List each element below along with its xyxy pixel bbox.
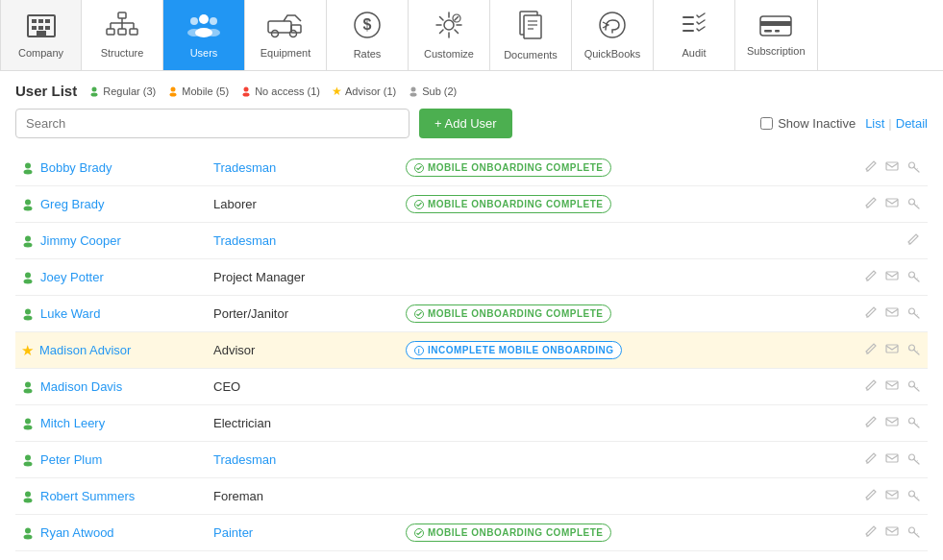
email-icon[interactable] [883, 486, 901, 506]
edit-icon[interactable] [862, 194, 880, 214]
role-cell: Laborer [208, 186, 400, 223]
user-name[interactable]: Greg Brady [40, 197, 104, 211]
table-row: Madison DavisCEO [15, 369, 928, 405]
nav-customize[interactable]: Customize [409, 0, 490, 70]
add-user-button[interactable]: + Add User [419, 109, 512, 138]
quickbooks-icon [596, 11, 629, 44]
key-icon[interactable] [905, 486, 922, 506]
list-view-button[interactable]: List [865, 116, 884, 131]
svg-rect-125 [886, 527, 898, 535]
svg-point-114 [25, 491, 31, 497]
edit-icon[interactable] [862, 450, 880, 470]
nav-rates[interactable]: $ Rates [327, 0, 409, 70]
user-name[interactable]: Luke Ward [40, 306, 100, 321]
nav-structure[interactable]: Structure [82, 0, 163, 70]
table-row: Trey AtwoodHandymanMOBILE ONBOARDING COM… [15, 551, 928, 561]
search-input[interactable] [15, 109, 409, 138]
edit-icon[interactable] [862, 377, 880, 397]
user-cell: Robert Summers [15, 478, 208, 515]
edit-icon[interactable] [862, 486, 880, 506]
role-link[interactable]: Tradesman [213, 160, 276, 175]
role-cell: CEO [208, 369, 400, 405]
email-icon[interactable] [883, 158, 901, 178]
user-name[interactable]: Mitch Leery [40, 416, 105, 430]
email-icon[interactable] [883, 523, 901, 543]
check-circle-icon [414, 528, 424, 538]
table-row: Joey PotterProject Manager [15, 259, 928, 296]
key-icon[interactable] [905, 450, 922, 470]
show-inactive-checkbox[interactable] [760, 117, 773, 130]
user-person-icon [21, 453, 35, 467]
edit-icon[interactable] [862, 413, 880, 433]
key-icon[interactable] [905, 413, 922, 433]
key-icon[interactable] [905, 158, 922, 178]
table-row: Luke WardPorter/JanitorMOBILE ONBOARDING… [15, 296, 928, 332]
email-icon[interactable] [883, 450, 901, 470]
email-icon[interactable] [883, 194, 901, 214]
role-cell: Painter [208, 515, 400, 551]
svg-rect-42 [764, 30, 772, 33]
key-icon[interactable] [905, 194, 922, 214]
detail-view-button[interactable]: Detail [896, 116, 928, 131]
show-inactive-toggle[interactable]: Show Inactive [760, 116, 856, 131]
status-badge: MOBILE ONBOARDING COMPLETE [406, 158, 611, 177]
badge-mobile: Mobile (5) [167, 85, 229, 97]
edit-icon[interactable] [862, 304, 880, 324]
svg-rect-4 [32, 26, 37, 30]
actions-cell [841, 551, 928, 561]
user-name[interactable]: Peter Plum [40, 452, 102, 467]
user-name[interactable]: Bobby Brady [40, 160, 112, 175]
svg-point-17 [199, 14, 209, 24]
email-icon[interactable] [883, 413, 901, 433]
svg-point-47 [170, 92, 177, 96]
role-cell: Handyman [208, 551, 400, 561]
nav-users[interactable]: Users [163, 0, 245, 70]
email-icon[interactable] [883, 304, 901, 324]
edit-icon[interactable] [862, 158, 880, 178]
svg-rect-6 [45, 26, 50, 30]
edit-icon[interactable] [862, 340, 880, 360]
user-cell: Bobby Brady [15, 150, 208, 186]
key-icon[interactable] [905, 267, 922, 287]
svg-point-78 [25, 308, 31, 314]
nav-structure-label: Structure [101, 47, 144, 59]
user-name[interactable]: Joey Potter [40, 270, 104, 284]
user-name[interactable]: Robert Summers [40, 489, 135, 503]
nav-subscription[interactable]: Subscription [735, 0, 818, 70]
edit-icon[interactable] [862, 523, 880, 543]
svg-point-61 [24, 206, 33, 210]
key-icon[interactable] [905, 377, 922, 397]
rates-icon: $ [353, 11, 382, 44]
check-circle-icon [414, 200, 424, 209]
nav-quickbooks[interactable]: QuickBooks [572, 0, 654, 70]
edit-icon[interactable] [905, 231, 922, 251]
key-icon[interactable] [905, 304, 922, 324]
svg-point-51 [410, 92, 417, 96]
email-icon[interactable] [883, 267, 901, 287]
nav-company[interactable]: Company [0, 0, 82, 70]
svg-point-71 [25, 272, 31, 278]
svg-rect-23 [268, 21, 291, 33]
edit-icon[interactable] [862, 267, 880, 287]
role-link[interactable]: Tradesman [213, 233, 276, 248]
table-row: Peter PlumTradesman [15, 442, 928, 478]
role-link[interactable]: Tradesman [213, 452, 276, 467]
status-badge: MOBILE ONBOARDING COMPLETE [406, 304, 611, 323]
email-icon[interactable] [883, 377, 901, 397]
user-name[interactable]: Madison Advisor [39, 343, 131, 357]
nav-quickbooks-label: QuickBooks [584, 48, 641, 60]
audit-icon [680, 12, 708, 43]
key-icon[interactable] [905, 523, 922, 543]
nav-documents[interactable]: Documents [490, 0, 572, 70]
nav-equipment[interactable]: Equipment [245, 0, 327, 70]
role-link[interactable]: Painter [213, 525, 253, 540]
email-icon[interactable] [883, 340, 901, 360]
table-row: Robert SummersForeman [15, 478, 928, 515]
key-icon[interactable] [905, 340, 922, 360]
badge-advisor: ★ Advisor (1) [332, 85, 396, 98]
user-person-icon [21, 307, 35, 321]
nav-audit[interactable]: Audit [654, 0, 735, 70]
user-name[interactable]: Madison Davis [40, 379, 122, 394]
user-name[interactable]: Jimmy Cooper [40, 233, 121, 248]
user-name[interactable]: Ryan Atwood [40, 525, 114, 540]
